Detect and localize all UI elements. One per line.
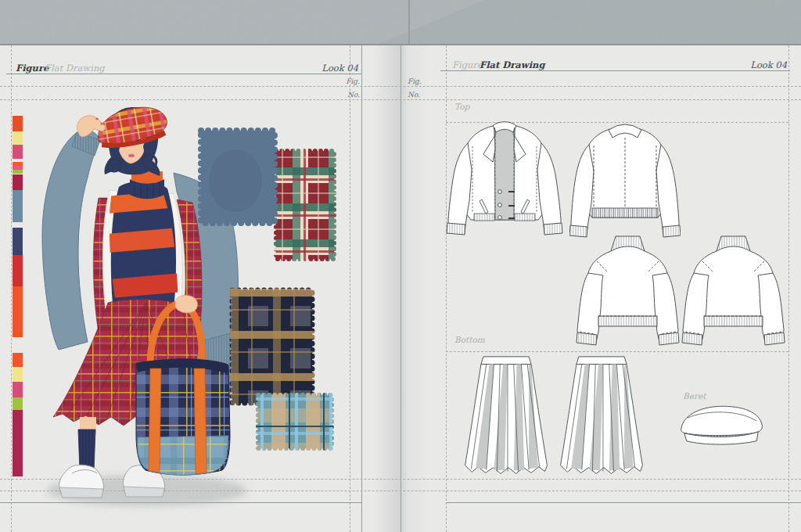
right-footer-rule [446, 502, 801, 503]
palette-swatch [13, 397, 23, 410]
flat-beret [677, 401, 769, 446]
flat-skirt-back [555, 354, 648, 483]
gutter-no-label: No. [408, 91, 420, 99]
palette-swatch [13, 286, 23, 337]
margin-guide-left-page-right [350, 45, 350, 532]
spine-line [400, 45, 401, 532]
margin-guide-right [788, 45, 789, 532]
flat-sweater-front [575, 233, 681, 352]
right-header-figure: Figure [452, 59, 483, 70]
section-label-beret: Beret [683, 391, 706, 401]
palette-swatch [13, 367, 23, 382]
margin-guide-left [11, 45, 12, 532]
palette-swatch [13, 116, 23, 131]
fig-row-guide [0, 86, 801, 87]
left-fig-label: Fig. [329, 77, 360, 85]
palette-swatch [13, 190, 23, 222]
palette-swatch [13, 353, 23, 367]
color-palette-strip [13, 116, 23, 476]
section-label-top: Top [454, 102, 469, 111]
palette-swatch [13, 228, 23, 255]
right-header-look: Look 04 [738, 59, 787, 70]
page-gutter-shadow [374, 45, 430, 532]
left-header-look: Look 04 [311, 63, 358, 74]
palette-swatch [13, 174, 23, 190]
palette-swatch [13, 170, 23, 174]
right-header-rule [440, 70, 790, 71]
right-header-flat-drawing: Flat Drawing [480, 59, 544, 70]
no-row-guide [0, 99, 801, 100]
palette-swatch [13, 382, 23, 397]
palette-swatch [13, 131, 23, 145]
left-header-figure: Figure [16, 63, 48, 74]
flat-jacket-back [569, 119, 681, 238]
desk-paper-texture [0, 0, 801, 45]
flat-sweater-back [681, 233, 786, 352]
fabric-swatch-tartan-red [272, 147, 338, 263]
left-no-label: No. [329, 91, 360, 99]
gutter-fig-label: Fig. [408, 77, 422, 85]
left-header-rule [6, 74, 361, 74]
portfolio-spread: Figure Flat Drawing Look 04 Fig. No. Fig… [0, 0, 801, 532]
fabric-swatch-plaid-teal [254, 391, 336, 452]
palette-swatch [13, 255, 23, 286]
section-label-bottom: Bottom [454, 335, 485, 344]
flat-jacket-front [446, 115, 563, 240]
palette-swatch [13, 410, 23, 476]
left-header-flat-drawing: Flat Drawing [45, 63, 105, 74]
fabric-swatch-denim-blue [196, 126, 279, 228]
palette-swatch [13, 145, 23, 159]
flat-skirt-front [460, 354, 552, 483]
left-page-border [361, 45, 362, 532]
fabric-swatch-plaid-navy [228, 286, 317, 408]
